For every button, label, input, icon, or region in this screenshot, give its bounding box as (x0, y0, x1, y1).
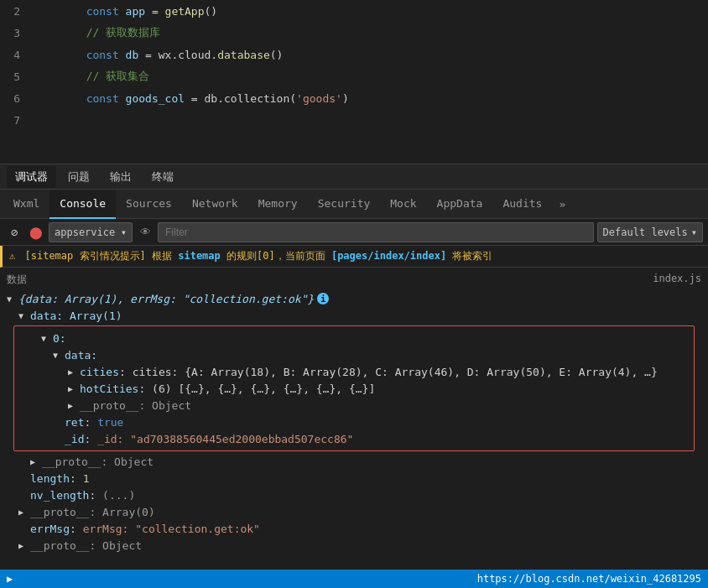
ret-text: ret: true (65, 416, 123, 429)
proto-outer-line[interactable]: __proto__: Object (7, 453, 701, 470)
line-number: 4 (0, 49, 34, 61)
service-select[interactable]: appservice ▾ (49, 222, 133, 242)
eye-icon[interactable]: 👁 (136, 223, 154, 242)
errmsg-text: errMsg: errMsg: "collection.get:ok" (30, 523, 260, 535)
ret-line: ret: true (18, 414, 690, 430)
tab-security[interactable]: Security (308, 190, 381, 219)
top-object-value: {data: Array(1), errMsg: "collection.get… (18, 293, 314, 305)
tab-network[interactable]: Network (182, 190, 248, 219)
tab-wxml[interactable]: Wxml (3, 190, 49, 219)
line-number: 7 (0, 114, 34, 127)
console-output[interactable]: 数据 index.js {data: Array(1), errMsg: "co… (0, 268, 708, 585)
tab-appdata[interactable]: AppData (427, 190, 493, 219)
nv-length-text: nv_length: (...) (30, 489, 135, 502)
line-number: 3 (0, 27, 34, 39)
proto-inner-expand-icon[interactable] (68, 401, 80, 410)
block-icon[interactable]: ⊘ (5, 223, 23, 242)
status-left: ▶ (7, 573, 13, 585)
warning-bracket-close: ] (140, 250, 146, 262)
nv-length-line: nv_length: (...) (7, 487, 701, 503)
output-header-row: 数据 index.js (0, 271, 708, 289)
code-line-6: 6 const goods_col = db.collection('goods… (0, 87, 708, 109)
id-line: _id: _id: "ad70388560445ed2000ebbad507ec… (18, 430, 690, 447)
zero-line[interactable]: 0: (18, 330, 690, 346)
proto-final-expand-icon[interactable] (18, 541, 30, 550)
levels-arrow-icon: ▾ (691, 226, 697, 238)
filter-input[interactable] (158, 222, 594, 242)
select-arrow-icon: ▾ (121, 226, 127, 238)
top-object-line[interactable]: {data: Array(1), errMsg: "collection.get… (7, 290, 701, 307)
proto-inner-line[interactable]: __proto__: Object (18, 397, 690, 414)
proto-inner-text: __proto__: Object (80, 399, 191, 412)
hotcities-line[interactable]: hotCities: (6) [{…}, {…}, {…}, {…}, {…},… (18, 380, 690, 397)
data-expand-icon[interactable] (18, 311, 30, 320)
red-border-box: 0: data: cities: cities: {A: Array(18), … (13, 325, 695, 451)
proto-outer-text: __proto__: Object (42, 455, 154, 468)
top-tabs-row: 调试器 问题 输出 终端 (0, 164, 708, 190)
info-icon[interactable]: i (317, 293, 329, 304)
code-editor: 2 const app = getApp() 3 // 获取数据库 4 cons… (0, 0, 708, 164)
warning-bracket-open: [ (24, 250, 30, 262)
length-text: length: 1 (30, 472, 89, 485)
warning-bar: ⚠ [sitemap 索引情况提示] 根据 sitemap 的规则[0]，当前页… (0, 246, 708, 268)
tab-terminal[interactable]: 终端 (143, 166, 182, 188)
proto-array-expand-icon[interactable] (18, 507, 30, 517)
top-object-container: {data: Array(1), errMsg: "collection.get… (0, 289, 708, 555)
tab-debugger[interactable]: 调试器 (7, 166, 56, 188)
cities-text: cities: cities: {A: Array(18), B: Array(… (80, 366, 658, 378)
status-url: https://blog.csdn.net/weixin_42681295 (477, 573, 701, 585)
tab-mock[interactable]: Mock (380, 190, 426, 219)
top-object-text: {data: Array(1), errMsg: "collection.get… (18, 293, 314, 305)
devtools-panel: 调试器 问题 输出 终端 Wxml Console Sources Networ… (0, 164, 708, 585)
proto-array-line[interactable]: __proto__: Array(0) (7, 503, 701, 520)
proto-final-line[interactable]: __proto__: Object (7, 537, 701, 554)
cities-line[interactable]: cities: cities: {A: Array(18), B: Array(… (18, 363, 690, 380)
code-content: const goods_col = db.collection('goods') (34, 80, 708, 117)
data-inner-key: data: (65, 349, 97, 362)
tab-audits[interactable]: Audits (492, 190, 552, 219)
line-number: 5 (0, 70, 34, 83)
code-content (34, 114, 708, 127)
id-text: _id: _id: "ad70388560445ed2000ebbad507ec… (65, 433, 353, 445)
output-data-label: 数据 (7, 273, 27, 287)
tab-output[interactable]: 输出 (102, 166, 140, 188)
tab-sources[interactable]: Sources (116, 190, 182, 219)
line-number: 6 (0, 92, 34, 105)
status-bar: ▶ https://blog.csdn.net/weixin_42681295 (0, 570, 708, 588)
data-key: data: Array(1) (30, 310, 122, 322)
tab-issues[interactable]: 问题 (60, 166, 98, 188)
warning-text: ⚠ [sitemap 索引情况提示] 根据 sitemap 的规则[0]，当前页… (9, 249, 492, 263)
levels-label: Default levels (603, 226, 688, 238)
data-inner-line[interactable]: data: (18, 346, 690, 363)
tab-console[interactable]: Console (49, 190, 116, 219)
data-array-line[interactable]: data: Array(1) (7, 307, 701, 324)
console-tabs-row: Wxml Console Sources Network Memory Secu… (0, 190, 708, 219)
tab-more[interactable]: » (552, 193, 572, 216)
expand-arrow-icon[interactable] (7, 294, 18, 304)
proto-outer-expand-icon[interactable] (30, 457, 42, 466)
hotcities-text: hotCities: (6) [{…}, {…}, {…}, {…}, {…},… (80, 382, 375, 395)
data-inner-expand-icon[interactable] (53, 351, 65, 360)
index-js-label: index.js (653, 273, 701, 287)
stop-icon[interactable]: ⬤ (27, 223, 45, 242)
service-label: appservice (55, 226, 115, 238)
levels-select[interactable]: Default levels ▾ (597, 222, 703, 242)
length-line: length: 1 (7, 470, 701, 487)
errmsg-line: errMsg: errMsg: "collection.get:ok" (7, 520, 701, 537)
proto-array-text: __proto__: Array(0) (30, 506, 155, 518)
toolbar: ⊘ ⬤ appservice ▾ 👁 Default levels ▾ (0, 219, 708, 246)
zero-key: 0: (53, 332, 66, 345)
zero-expand-icon[interactable] (41, 334, 53, 343)
tab-memory[interactable]: Memory (248, 190, 308, 219)
line-number: 2 (0, 5, 34, 18)
cities-expand-icon[interactable] (68, 367, 80, 377)
hotcities-expand-icon[interactable] (68, 384, 80, 393)
proto-final-text: __proto__: Object (30, 539, 142, 552)
